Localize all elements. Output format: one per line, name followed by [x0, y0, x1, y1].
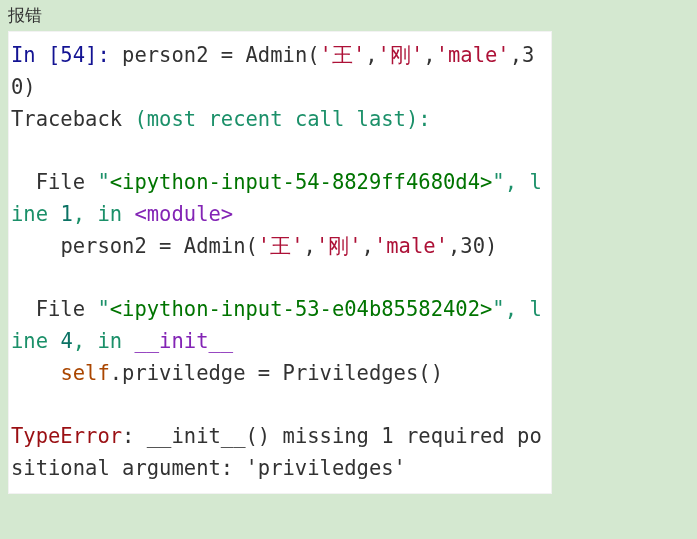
line-number: 1 [60, 202, 72, 226]
file-label: File [11, 170, 97, 194]
in-word: , in [73, 329, 135, 353]
section-title: 报错 [8, 4, 689, 27]
ipython-input-ref: <ipython-input-53-e04b85582402> [110, 297, 493, 321]
traceback-word: Traceback [11, 107, 122, 131]
self-keyword: self [60, 361, 109, 385]
comma: , [365, 43, 377, 67]
line-number: 4 [60, 329, 72, 353]
traceback-output: In [54]: person2 = Admin('王','刚','male',… [8, 31, 552, 494]
in-word: , in [73, 202, 135, 226]
indent [11, 234, 60, 258]
code-text: person2 = Admin( [60, 234, 257, 258]
string-literal: '刚' [378, 43, 424, 67]
ipython-input-ref: <ipython-input-54-8829ff4680d4> [110, 170, 493, 194]
comma: , [362, 234, 374, 258]
module-ref: <module> [134, 202, 233, 226]
file-label: File [11, 297, 97, 321]
error-type: TypeError [11, 424, 122, 448]
code-text: person2 = Admin( [122, 43, 319, 67]
in-prompt: In [54]: [11, 43, 122, 67]
string-literal: '王' [258, 234, 304, 258]
comma: , [304, 234, 316, 258]
traceback-paren: (most recent call last): [122, 107, 431, 131]
indent [11, 361, 60, 385]
quote: " [97, 297, 109, 321]
string-literal: '王' [320, 43, 366, 67]
string-literal: 'male' [374, 234, 448, 258]
string-literal: 'male' [436, 43, 510, 67]
code-text: .priviledge = Priviledges() [110, 361, 443, 385]
comma: , [423, 43, 435, 67]
code-text: ,30) [448, 234, 497, 258]
quote: " [97, 170, 109, 194]
init-ref: __init__ [134, 329, 233, 353]
string-literal: '刚' [316, 234, 362, 258]
